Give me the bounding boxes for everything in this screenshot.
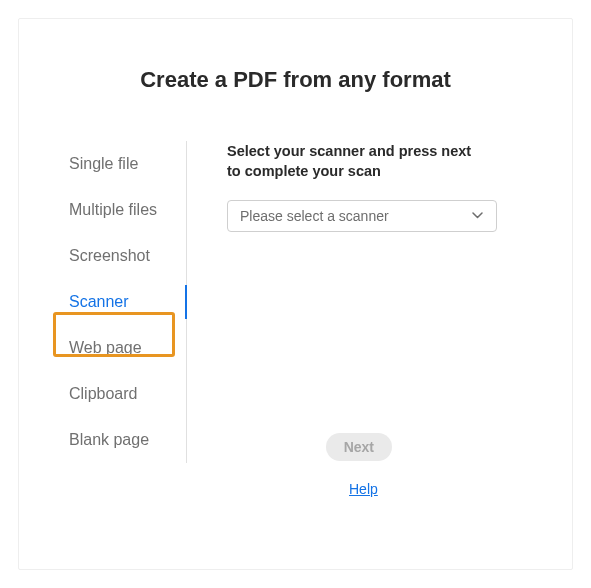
sidebar-item-label: Blank page (69, 431, 149, 448)
help-link[interactable]: Help (349, 481, 378, 497)
sidebar-item-blank-page[interactable]: Blank page (47, 417, 186, 463)
sidebar-item-web-page[interactable]: Web page (47, 325, 186, 371)
create-pdf-panel: Create a PDF from any format Single file… (18, 18, 573, 570)
main-content: Select your scanner and press next to co… (187, 141, 544, 463)
sidebar-item-label: Screenshot (69, 247, 150, 264)
sidebar-item-scanner[interactable]: Scanner (47, 279, 186, 325)
format-sidebar: Single file Multiple files Screenshot Sc… (47, 141, 187, 463)
content-area: Single file Multiple files Screenshot Sc… (47, 141, 544, 463)
sidebar-item-clipboard[interactable]: Clipboard (47, 371, 186, 417)
sidebar-item-label: Web page (69, 339, 142, 356)
next-button[interactable]: Next (326, 433, 392, 461)
sidebar-item-label: Single file (69, 155, 138, 172)
sidebar-item-single-file[interactable]: Single file (47, 141, 186, 187)
sidebar-item-screenshot[interactable]: Screenshot (47, 233, 186, 279)
page-title: Create a PDF from any format (47, 67, 544, 93)
instruction-text: Select your scanner and press next to co… (227, 141, 487, 182)
chevron-down-icon (470, 209, 484, 223)
sidebar-item-multiple-files[interactable]: Multiple files (47, 187, 186, 233)
scanner-select-wrap: Please select a scanner (227, 200, 497, 232)
scanner-select[interactable]: Please select a scanner (227, 200, 497, 232)
sidebar-item-label: Multiple files (69, 201, 157, 218)
sidebar-item-label: Clipboard (69, 385, 137, 402)
scanner-select-placeholder: Please select a scanner (240, 208, 389, 224)
sidebar-item-label: Scanner (69, 293, 129, 310)
